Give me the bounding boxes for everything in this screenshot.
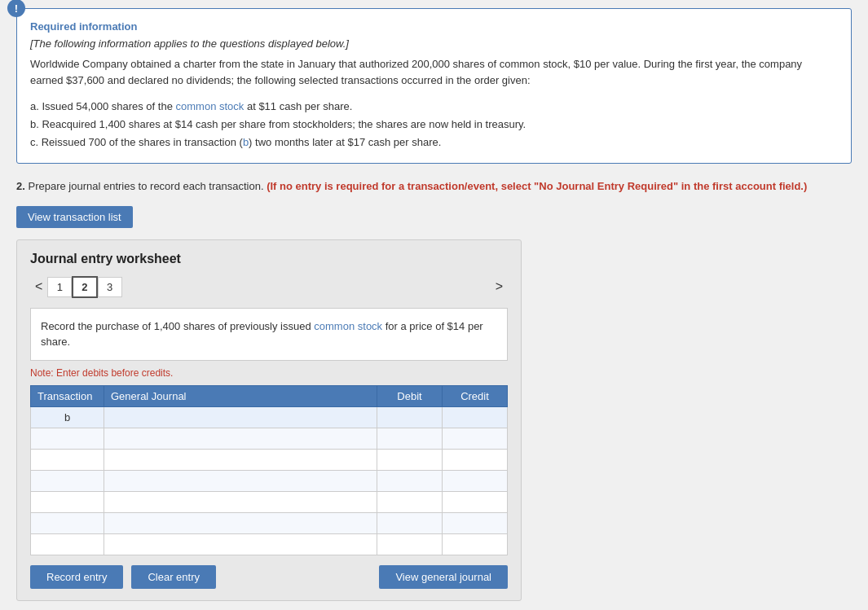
info-icon: ! — [7, 0, 25, 17]
credit-cell[interactable] — [443, 512, 508, 533]
general-journal-input[interactable] — [104, 428, 377, 449]
journal-table: Transaction General Journal Debit Credit… — [30, 385, 508, 555]
general-journal-cell[interactable] — [104, 449, 377, 470]
credit-input[interactable] — [443, 534, 507, 555]
description-link: common stock — [314, 320, 382, 332]
debit-input[interactable] — [377, 407, 442, 428]
general-journal-input[interactable] — [104, 407, 377, 428]
general-journal-cell[interactable] — [104, 533, 377, 555]
transaction-cell — [31, 428, 104, 449]
transaction-cell — [31, 491, 104, 512]
general-journal-input[interactable] — [104, 471, 377, 491]
debit-cell[interactable] — [377, 428, 443, 449]
table-row — [31, 491, 508, 512]
general-journal-input[interactable] — [104, 492, 377, 512]
general-journal-cell[interactable] — [104, 491, 377, 512]
debit-input[interactable] — [377, 513, 442, 533]
col-header-general-journal: General Journal — [104, 385, 377, 406]
table-row — [31, 428, 508, 449]
table-row — [31, 470, 508, 491]
transaction-cell — [31, 512, 104, 533]
required-info-box: ! Required information [The following in… — [16, 8, 852, 164]
tab-2[interactable]: 2 — [72, 276, 97, 298]
question-highlight: (If no entry is required for a transacti… — [267, 180, 807, 192]
col-header-debit: Debit — [377, 385, 443, 406]
table-row — [31, 512, 508, 533]
question-number: 2. — [16, 180, 25, 192]
credit-input[interactable] — [443, 492, 507, 512]
list-item-b: b. Reacquired 1,400 shares at $14 cash p… — [30, 116, 838, 134]
debit-input[interactable] — [377, 492, 442, 512]
debit-input[interactable] — [377, 428, 442, 449]
transaction-list: a. Issued 54,000 shares of the common st… — [30, 98, 838, 151]
debit-cell[interactable] — [377, 449, 443, 470]
tab-navigation: < 1 2 3 > — [30, 276, 508, 298]
general-journal-input[interactable] — [104, 534, 377, 555]
transaction-cell — [31, 533, 104, 555]
debit-cell[interactable] — [377, 491, 443, 512]
credit-cell[interactable] — [443, 406, 508, 428]
credit-cell[interactable] — [443, 449, 508, 470]
clear-entry-button[interactable]: Clear entry — [131, 565, 216, 589]
debit-input[interactable] — [377, 471, 442, 491]
tab-prev-arrow[interactable]: < — [30, 278, 47, 296]
view-general-journal-button[interactable]: View general journal — [379, 565, 508, 589]
list-item-c: c. Reissued 700 of the shares in transac… — [30, 134, 838, 151]
list-item-a: a. Issued 54,000 shares of the common st… — [30, 98, 838, 116]
credit-input[interactable] — [443, 407, 507, 428]
debit-cell[interactable] — [377, 406, 443, 428]
tab-3[interactable]: 3 — [98, 277, 122, 297]
general-journal-cell[interactable] — [104, 470, 377, 491]
debit-input[interactable] — [377, 534, 442, 555]
required-title: Required information — [30, 20, 838, 33]
credit-cell[interactable] — [443, 491, 508, 512]
worksheet-title: Journal entry worksheet — [30, 252, 508, 266]
debit-cell[interactable] — [377, 512, 443, 533]
table-row — [31, 533, 508, 555]
transaction-cell — [31, 449, 104, 470]
col-header-credit: Credit — [443, 385, 508, 406]
transaction-cell — [31, 470, 104, 491]
view-transaction-list-button[interactable]: View transaction list — [16, 206, 133, 228]
credit-cell[interactable] — [443, 533, 508, 555]
bottom-buttons: Record entry Clear entry View general jo… — [30, 565, 508, 589]
tab-1[interactable]: 1 — [47, 277, 72, 297]
record-entry-button[interactable]: Record entry — [30, 565, 123, 589]
general-journal-cell[interactable] — [104, 406, 377, 428]
body-text: Worldwide Company obtained a charter fro… — [30, 56, 838, 88]
debit-input[interactable] — [377, 450, 442, 470]
note-text: Note: Enter debits before credits. — [30, 367, 508, 379]
transaction-cell: b — [31, 406, 104, 428]
description-box: Record the purchase of 1,400 shares of p… — [30, 308, 508, 361]
col-header-transaction: Transaction — [31, 385, 104, 406]
question-section: 2. Prepare journal entries to record eac… — [16, 178, 852, 195]
credit-input[interactable] — [443, 471, 507, 491]
credit-input[interactable] — [443, 428, 507, 449]
credit-cell[interactable] — [443, 428, 508, 449]
general-journal-cell[interactable] — [104, 512, 377, 533]
table-row: b — [31, 406, 508, 428]
worksheet-card: Journal entry worksheet < 1 2 3 > Record… — [16, 239, 522, 601]
question-text: Prepare journal entries to record each t… — [28, 180, 267, 192]
table-row — [31, 449, 508, 470]
general-journal-input[interactable] — [104, 513, 377, 533]
debit-cell[interactable] — [377, 533, 443, 555]
credit-input[interactable] — [443, 513, 507, 533]
subtitle: [The following information applies to th… — [30, 37, 838, 50]
general-journal-cell[interactable] — [104, 428, 377, 449]
credit-input[interactable] — [443, 450, 507, 470]
tab-next-arrow[interactable]: > — [491, 278, 508, 296]
credit-cell[interactable] — [443, 470, 508, 491]
general-journal-input[interactable] — [104, 450, 377, 470]
debit-cell[interactable] — [377, 470, 443, 491]
